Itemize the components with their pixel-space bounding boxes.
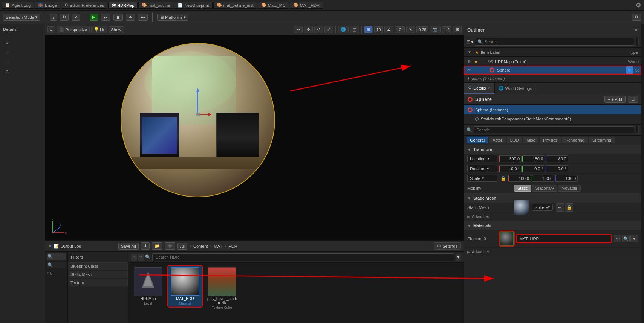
transform-section-header[interactable]: ▼ Transform — [464, 145, 641, 154]
tab-mat-outline[interactable]: 🎨 mat_outline — [138, 2, 173, 9]
grid-value-1[interactable]: 10 — [374, 26, 382, 33]
tab-hdrmap[interactable]: 🗺 HDRMap — [108, 2, 138, 9]
tab-mat-hdr[interactable]: 🎨 MAT_HDR — [290, 2, 323, 9]
left-item-2[interactable]: ⊙ — [2, 47, 43, 56]
location-z-input[interactable] — [546, 155, 568, 162]
scale-toggle-btn[interactable]: ⤡ — [406, 26, 415, 33]
location-x-input[interactable] — [499, 155, 522, 162]
outliner-filter-btn[interactable]: ⊟ ▾ — [467, 39, 473, 44]
transform-rotate-btn[interactable]: ↻ — [60, 14, 69, 21]
grid-toggle-btn[interactable]: ⊞ — [364, 26, 373, 33]
materials-advanced-row[interactable]: ▶ Advanced — [464, 248, 641, 256]
settings-cog-icon[interactable]: ⚙ — [636, 2, 641, 9]
viewport-options-btn[interactable]: ⊟ — [453, 26, 462, 33]
rotation-y-input[interactable] — [522, 165, 545, 172]
outliner-close-btn[interactable]: ✕ — [634, 27, 638, 33]
comp-sphere-instance[interactable]: ⭕ Sphere (Instance) — [464, 105, 641, 114]
rotation-x-input[interactable] — [499, 165, 522, 172]
asset-texture[interactable]: poly_haven_studio_4k Texture Cube — [205, 266, 239, 311]
tab-agent-log[interactable]: 📋 Agent Log — [2, 2, 34, 9]
world-btn[interactable]: 🌐 — [338, 26, 349, 33]
tree-item-world[interactable]: 👁 ★ 🗺 HDRMap (Editor) World — [464, 58, 641, 66]
main-settings-btn[interactable]: ⚙ — [632, 14, 641, 21]
filter-static-mesh[interactable]: Static Mesh — [68, 271, 128, 278]
mobility-stationary-btn[interactable]: Stationary — [532, 185, 558, 192]
path-hdr[interactable]: HDR — [228, 244, 237, 248]
details-scrollbar-right[interactable] — [636, 126, 639, 134]
import-btn[interactable]: ⬇ — [141, 242, 150, 250]
location-dropdown[interactable]: Location ▾ — [467, 155, 497, 162]
mat-more-btn[interactable]: ▼ — [630, 235, 638, 242]
scale-z-input[interactable] — [555, 175, 578, 182]
cam-speed-btn[interactable]: 📷 — [430, 26, 441, 33]
export-btn[interactable]: 📁 — [152, 242, 162, 250]
scale-lock-icon[interactable]: 🔒 — [499, 176, 508, 181]
tree-item-sphere[interactable]: 👁 ⭕ Sphere St 🔷 — [464, 66, 641, 74]
location-y-input[interactable] — [522, 155, 545, 162]
simulate-button[interactable]: ⏭ — [101, 14, 110, 21]
eye-icon-world[interactable]: 👁 — [467, 59, 471, 64]
add-component-btn[interactable]: + + Add — [604, 96, 626, 103]
mesh-open-btn[interactable]: 🔒 — [565, 203, 573, 212]
filter-streaming[interactable]: Streaming — [589, 137, 615, 143]
asset-mat-hdr[interactable]: MAT_HDR Material — [168, 266, 202, 307]
left-item-4[interactable]: ⊙ — [2, 67, 43, 76]
left-item-1[interactable]: ⊙ — [2, 38, 43, 47]
tab-bridge[interactable]: 🌉 Bridge — [35, 2, 60, 9]
filter-misc[interactable]: Misc — [523, 137, 538, 143]
search-toggle-btn[interactable]: 🔍 — [47, 253, 66, 260]
mat-browse-btn[interactable]: ↩ — [614, 235, 621, 242]
content-settings-btn[interactable]: ⚙ Settings — [434, 242, 461, 250]
path-content[interactable]: Content — [193, 244, 208, 248]
scale-x-input[interactable] — [508, 175, 531, 182]
filter-physics[interactable]: Physics — [540, 137, 561, 143]
content-search-input[interactable] — [152, 253, 454, 261]
search-filter-dropdown[interactable]: ▾ — [456, 254, 461, 261]
transform-scale-btn[interactable]: ⤢ — [72, 14, 80, 21]
filter-blueprint[interactable]: Blueprint Class — [68, 262, 128, 270]
move-tool-btn[interactable]: ✛ — [304, 26, 313, 33]
mat-open-btn[interactable]: 🔍 — [622, 235, 630, 242]
surface-btn[interactable]: ◫ — [350, 26, 359, 33]
add-new-btn[interactable]: ➕ — [165, 242, 175, 250]
filter-actor[interactable]: Actor — [489, 137, 506, 143]
save-all-btn[interactable]: Save All — [118, 243, 139, 250]
rotate-tool-btn[interactable]: ↺ — [314, 26, 323, 33]
view-options-btn[interactable]: ≡ — [131, 254, 137, 261]
mesh-name-dropdown[interactable]: Sphere ▾ — [532, 204, 553, 211]
tab-newblueprint[interactable]: 📄 NewBlueprint — [174, 2, 212, 9]
left-item-3[interactable]: ⊙ — [2, 57, 43, 66]
scale-tool-btn[interactable]: ⤢ — [324, 26, 333, 33]
perspective-dropdown[interactable]: 🎥 Perspective — [57, 26, 89, 33]
tab-editor-prefs[interactable]: ⚙ Editor Preferences — [61, 2, 107, 9]
tab-mat-outline-inst[interactable]: 🎨 mat_outline_inst — [213, 2, 257, 9]
mobility-static-btn[interactable]: Static — [514, 185, 531, 192]
play-button[interactable]: ▶ — [90, 14, 98, 21]
more-options-button[interactable]: ••• — [138, 14, 148, 21]
details-tab-close-btn[interactable]: ✕ — [488, 86, 491, 90]
scale-y-input[interactable] — [532, 175, 554, 182]
filter-texture[interactable]: Texture — [68, 279, 128, 286]
select-tool-btn[interactable]: ⊹ — [294, 26, 303, 33]
hamburger-menu-btn[interactable]: ≡ — [47, 26, 55, 33]
scale-dropdown[interactable]: Scale ▾ — [467, 175, 497, 182]
transform-move-btn[interactable]: ↕ — [50, 14, 57, 21]
details-search-input[interactable] — [474, 126, 634, 133]
outliner-scrollbar[interactable] — [636, 38, 639, 46]
grid-value-3[interactable]: 0.25 — [416, 26, 428, 33]
eject-button[interactable]: ⏏ — [126, 14, 135, 21]
lit-dropdown[interactable]: 💡 Lit — [91, 26, 107, 33]
tab-matc-mc[interactable]: 🎨 Matc_MC — [258, 2, 289, 9]
materials-section-header[interactable]: ▼ Materials — [464, 221, 641, 230]
selection-mode-dropdown[interactable]: Selection Mode ▾ — [3, 14, 40, 21]
filter-general[interactable]: General — [467, 137, 488, 143]
viewport-scene[interactable]: X Y Z — [45, 35, 464, 240]
mesh-browse-btn[interactable]: ↩ — [556, 203, 564, 212]
path-mat[interactable]: MAT — [214, 244, 222, 248]
right-scrollbar[interactable] — [641, 24, 644, 323]
outliner-search-input[interactable] — [485, 40, 632, 44]
sort-btn[interactable]: ↕ — [138, 254, 144, 261]
eye-icon-sphere[interactable]: 👁 — [467, 67, 471, 73]
rotation-z-input[interactable] — [546, 165, 568, 172]
platforms-dropdown[interactable]: 🖥 Platforms ▾ — [157, 14, 188, 21]
